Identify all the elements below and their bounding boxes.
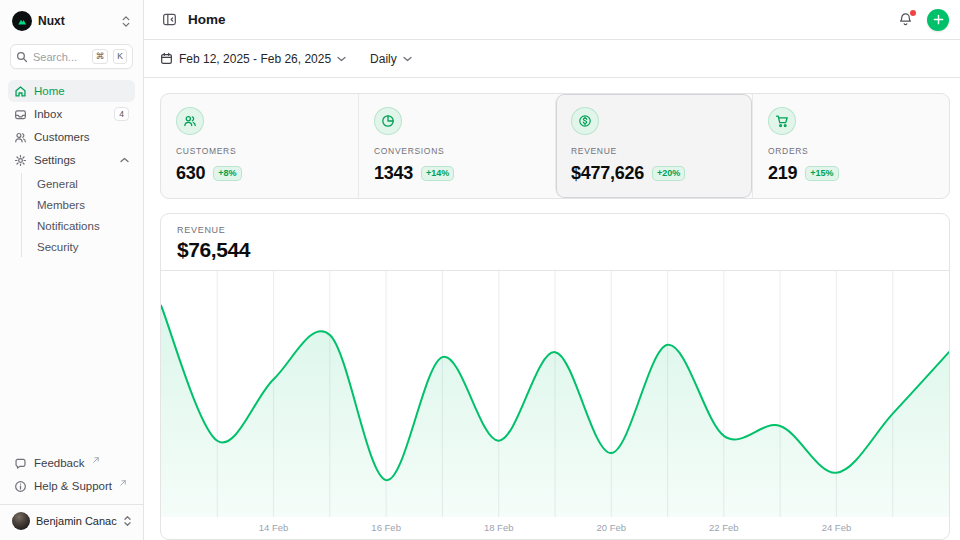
chevrons-up-down-icon: [121, 15, 131, 28]
search-icon: [16, 51, 28, 63]
pie-chart-icon: [374, 107, 402, 135]
gear-icon: [14, 154, 27, 167]
chevron-down-icon: [337, 55, 346, 63]
sidebar-footer-links: Feedback Help & Support: [8, 452, 135, 497]
kbd-k: K: [113, 49, 127, 64]
stat-label: CONVERSIONS: [374, 146, 540, 156]
x-tick-label: 16 Feb: [371, 522, 401, 533]
inbox-icon: [14, 108, 27, 121]
collapse-sidebar-button[interactable]: [160, 10, 179, 29]
kbd-cmd: ⌘: [92, 49, 109, 64]
stat-delta-badge: +14%: [421, 166, 454, 181]
date-range-value: Feb 12, 2025 - Feb 26, 2025: [179, 52, 331, 66]
external-link-icon: [93, 457, 99, 463]
footer-link-label: Help & Support: [34, 480, 112, 492]
stat-card-conversions[interactable]: CONVERSIONS 1343 +14%: [358, 94, 555, 198]
circle-dollar-icon: [571, 107, 599, 135]
sidebar-item-label: Inbox: [34, 108, 62, 120]
search-box[interactable]: ⌘ K: [10, 44, 133, 69]
sidebar-item-general[interactable]: General: [22, 173, 135, 194]
notification-dot: [910, 10, 916, 16]
x-tick-label: 14 Feb: [259, 522, 289, 533]
x-tick-label: 24 Feb: [822, 522, 852, 533]
users-icon: [14, 131, 27, 144]
main-area: Home Feb 12, 2025 - Feb 26, 2025 Daily: [144, 0, 960, 540]
x-tick-label: 22 Feb: [709, 522, 739, 533]
sidebar-item-label: Customers: [34, 131, 90, 143]
revenue-chart-panel: REVENUE $76,544 14 Feb16 Feb18 Feb20 Feb…: [160, 213, 950, 540]
add-button[interactable]: [927, 9, 949, 31]
search-input[interactable]: [33, 51, 87, 63]
period-value: Daily: [370, 52, 397, 66]
x-tick-label: 20 Feb: [596, 522, 626, 533]
sidebar: Nuxt ⌘ K Home Inbox 4: [0, 0, 144, 540]
x-tick-label: 18 Feb: [484, 522, 514, 533]
sidebar-item-members[interactable]: Members: [22, 194, 135, 215]
stat-label: CUSTOMERS: [176, 146, 343, 156]
chart-header: REVENUE $76,544: [161, 214, 949, 271]
stat-card-revenue[interactable]: REVENUE $477,626 +20%: [555, 94, 752, 198]
chart-metric-value: $76,544: [177, 238, 933, 262]
x-axis: 14 Feb16 Feb18 Feb20 Feb22 Feb24 Feb: [161, 517, 949, 539]
sidebar-item-settings[interactable]: Settings: [8, 149, 135, 171]
sidebar-item-label: Home: [34, 85, 65, 97]
sidebar-item-security[interactable]: Security: [22, 236, 135, 257]
stat-value: 219: [768, 163, 797, 184]
stat-card-customers[interactable]: CUSTOMERS 630 +8%: [161, 94, 358, 198]
feedback-link[interactable]: Feedback: [8, 452, 135, 474]
sidebar-item-label: Security: [37, 241, 79, 253]
chevron-down-icon: [403, 55, 412, 63]
chat-bubble-icon: [14, 457, 27, 470]
sidebar-item-customers[interactable]: Customers: [8, 126, 135, 148]
revenue-area-chart: [161, 271, 949, 517]
period-select[interactable]: Daily: [370, 52, 412, 66]
help-support-link[interactable]: Help & Support: [8, 475, 135, 497]
chart-metric-label: REVENUE: [177, 225, 933, 235]
notifications-button[interactable]: [896, 10, 915, 29]
plus-icon: [933, 14, 944, 25]
main-header: Home: [144, 0, 960, 40]
info-icon: [14, 480, 27, 493]
chevron-up-icon: [120, 156, 129, 164]
settings-subnav: General Members Notifications Security: [21, 173, 135, 257]
team-name: Nuxt: [38, 14, 65, 28]
sidebar-item-label: Notifications: [37, 220, 100, 232]
stat-delta-badge: +8%: [213, 166, 241, 181]
cart-icon: [768, 107, 796, 135]
sidebar-item-inbox[interactable]: Inbox 4: [8, 103, 135, 125]
avatar: [12, 512, 30, 530]
sidebar-nav: Home Inbox 4 Customers Settings: [8, 80, 135, 257]
filter-toolbar: Feb 12, 2025 - Feb 26, 2025 Daily: [144, 40, 960, 78]
sidebar-item-notifications[interactable]: Notifications: [22, 215, 135, 236]
stat-value: $477,626: [571, 163, 644, 184]
sidebar-item-label: General: [37, 178, 78, 190]
users-icon: [176, 107, 204, 135]
sidebar-item-label: Settings: [34, 154, 76, 166]
user-menu[interactable]: Benjamin Canac: [0, 504, 143, 532]
footer-link-label: Feedback: [34, 457, 85, 469]
stat-card-orders[interactable]: ORDERS 219 +15%: [752, 94, 949, 198]
stat-delta-badge: +15%: [805, 166, 838, 181]
stat-value: 1343: [374, 163, 413, 184]
sidebar-item-home[interactable]: Home: [8, 80, 135, 102]
chevrons-up-down-icon: [123, 515, 132, 527]
sidebar-item-label: Members: [37, 199, 85, 211]
date-range-picker[interactable]: Feb 12, 2025 - Feb 26, 2025: [160, 52, 346, 66]
stat-value: 630: [176, 163, 205, 184]
stat-delta-badge: +20%: [652, 166, 685, 181]
stat-label: REVENUE: [571, 146, 737, 156]
stats-row: CUSTOMERS 630 +8% CONVERSIONS 1343 +14%: [160, 93, 950, 199]
stat-label: ORDERS: [768, 146, 934, 156]
user-name: Benjamin Canac: [36, 515, 117, 527]
chart-plot-area[interactable]: [161, 271, 949, 517]
calendar-icon: [160, 52, 173, 65]
home-icon: [14, 85, 27, 98]
page-title: Home: [188, 12, 226, 27]
nuxt-logo: [12, 11, 32, 31]
inbox-count-badge: 4: [114, 107, 129, 122]
team-switcher[interactable]: Nuxt: [8, 10, 135, 32]
external-link-icon: [120, 480, 126, 486]
dashboard-content: CUSTOMERS 630 +8% CONVERSIONS 1343 +14%: [144, 78, 960, 540]
